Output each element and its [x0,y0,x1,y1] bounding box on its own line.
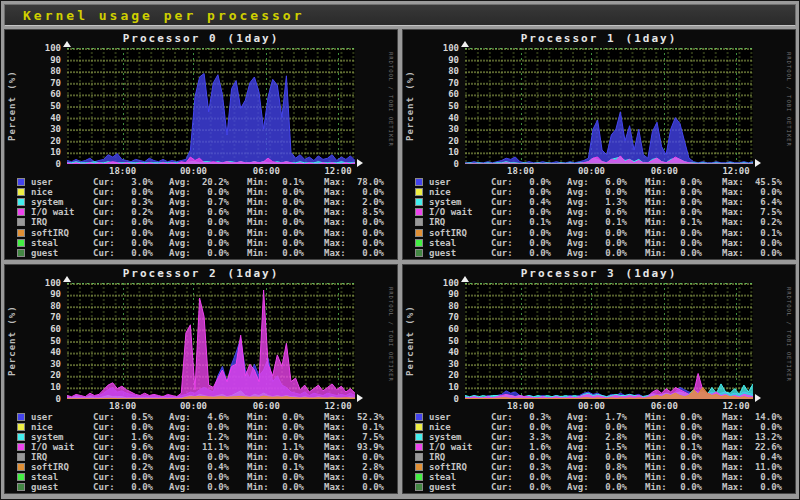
min-value: 0.1% [274,462,304,472]
min-label: Min: [645,217,672,227]
avg-value: 0.0% [594,228,627,238]
avg-value: 0.6% [594,207,627,217]
processor-graph-panel[interactable]: Processor 2(1day) Percent (%) 1009080706… [4,264,398,495]
x-tick-label: 18:00 [504,401,538,411]
y-tick-label: 100 [23,44,61,53]
avg-label: Avg: [567,422,594,432]
avg-value: 0.0% [594,422,627,432]
avg-value: 1.3% [594,197,627,207]
y-tick-label: 80 [421,67,459,76]
avg-label: Avg: [567,432,594,442]
y-tick-label: 0 [421,160,459,169]
processor-graph-panel[interactable]: Processor 3(1day) Percent (%) 1009080706… [402,264,796,495]
y-tick-label: 60 [23,90,61,99]
min-label: Min: [247,238,274,248]
y-tick-label: 80 [23,302,61,311]
avg-value: 0.0% [196,472,229,482]
y-tick-label: 0 [23,395,61,404]
user-color-swatch [415,178,423,186]
processor-graph-panel[interactable]: Processor 0(1day) Percent (%) 1009080706… [4,29,398,260]
series-name: guest [31,482,93,492]
steal-color-swatch [17,473,25,481]
cur-value: 1.6% [120,432,153,442]
cur-label: Cur: [93,197,120,207]
min-label: Min: [645,177,672,187]
y-tick-label: 90 [23,290,61,299]
x-tick-label: 12:00 [719,166,753,176]
legend-row: userCur:0.3%Avg:1.7%Min:0.0%Max:14.0% [415,412,791,422]
cur-value: 0.1% [518,217,551,227]
cur-value: 0.0% [518,207,551,217]
y-tick-label: 30 [23,125,61,134]
cur-value: 0.0% [120,238,153,248]
max-value: 6.4% [749,197,782,207]
legend-row: userCur:3.0%Avg:20.2%Min:0.1%Max:78.0% [17,177,393,187]
io_wait-color-swatch [415,208,423,216]
min-value: 0.0% [672,177,702,187]
softirq-color-swatch [415,229,423,237]
page-title: Kernel usage per processor [23,8,305,23]
y-tick-label: 100 [421,44,459,53]
max-value: 8.5% [351,207,384,217]
avg-value: 0.0% [594,248,627,258]
min-label: Min: [247,482,274,492]
cur-label: Cur: [491,432,518,442]
max-value: 0.4% [749,452,782,462]
x-tick-label: 00:00 [574,401,608,411]
min-value: 0.0% [672,472,702,482]
max-value: 7.5% [351,432,384,442]
cur-value: 0.0% [518,472,551,482]
irq-color-swatch [415,218,423,226]
min-value: 0.0% [274,248,304,258]
avg-value: 4.6% [196,412,229,422]
min-label: Min: [247,422,274,432]
max-label: Max: [324,197,351,207]
y-tick-label: 70 [23,313,61,322]
min-value: 0.0% [672,412,702,422]
max-value: 45.5% [749,177,782,187]
avg-value: 11.1% [196,442,229,452]
cur-value: 0.0% [518,187,551,197]
legend-row: I/O waitCur:0.2%Avg:0.6%Min:0.0%Max:8.5% [17,207,393,217]
min-label: Min: [247,452,274,462]
cur-value: 0.4% [518,197,551,207]
legend-row: IRQCur:0.0%Avg:0.0%Min:0.0%Max:0.0% [17,217,393,227]
avg-label: Avg: [169,432,196,442]
max-label: Max: [324,248,351,258]
legend-row: softIRQCur:0.2%Avg:0.4%Min:0.1%Max:2.8% [17,462,393,472]
y-tick-label: 40 [421,114,459,123]
min-label: Min: [247,177,274,187]
avg-value: 0.0% [196,228,229,238]
avg-value: 1.7% [594,412,627,422]
processor-graph-panel[interactable]: Processor 1(1day) Percent (%) 1009080706… [402,29,796,260]
cur-label: Cur: [491,238,518,248]
avg-value: 0.6% [196,207,229,217]
max-label: Max: [324,228,351,238]
cur-value: 0.2% [120,462,153,472]
cur-label: Cur: [491,187,518,197]
y-tick-label: 90 [421,290,459,299]
io_wait-color-swatch [17,443,25,451]
cur-label: Cur: [491,422,518,432]
max-value: 7.5% [749,207,782,217]
x-axis-arrow-icon [357,394,363,402]
legend: userCur:0.0%Avg:6.0%Min:0.0%Max:45.5%nic… [415,177,791,258]
min-label: Min: [247,412,274,422]
min-value: 0.0% [274,197,304,207]
min-value: 0.0% [672,187,702,197]
x-tick-label: 00:00 [176,401,210,411]
legend-row: stealCur:0.0%Avg:0.0%Min:0.0%Max:0.0% [415,472,791,482]
min-value: 0.1% [274,177,304,187]
max-label: Max: [324,412,351,422]
avg-label: Avg: [567,248,594,258]
series-name: IRQ [31,217,93,227]
legend-row: systemCur:1.6%Avg:1.2%Min:0.0%Max:7.5% [17,432,393,442]
max-value: 0.0% [351,472,384,482]
min-value: 0.0% [672,422,702,432]
avg-value: 0.4% [196,462,229,472]
avg-value: 0.0% [196,452,229,462]
plot-area [67,48,355,164]
cur-value: 0.0% [120,482,153,492]
max-label: Max: [722,462,749,472]
panel-title: Processor 3 [521,267,616,280]
